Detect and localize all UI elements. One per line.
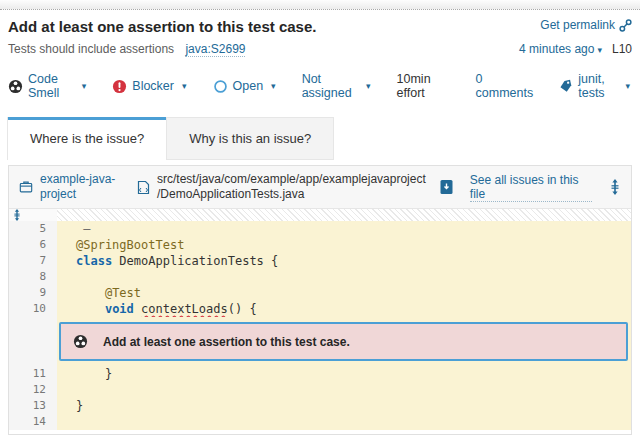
effort-label: 10min effort	[397, 72, 450, 100]
project-link[interactable]: example-java-project	[40, 172, 130, 202]
code-text	[57, 414, 631, 430]
code-text: –	[57, 221, 631, 237]
issue-message: Add at least one assertion to this test …	[103, 335, 350, 349]
type-dropdown[interactable]: Code Smell▾	[8, 72, 86, 100]
issue-tabs: Where is the issue? Why is this an issue…	[8, 117, 632, 160]
code-text: @Test	[57, 285, 631, 301]
status-label: Open	[233, 79, 264, 93]
code-text	[57, 269, 631, 285]
tab-where-is-the-issue[interactable]: Where is the issue?	[8, 117, 166, 160]
severity-dropdown[interactable]: Blocker▾	[112, 79, 186, 94]
blocker-severity-icon	[112, 79, 127, 94]
code-line: 6@SpringBootTest	[9, 237, 631, 253]
tags-dropdown[interactable]: junit, tests▾	[559, 72, 630, 100]
tab-why-is-this-an-issue[interactable]: Why is this an issue?	[166, 117, 334, 160]
code-text: void contextLoads() {	[57, 301, 631, 317]
code-text	[57, 382, 631, 398]
file-path-line1: src/test/java/com/example/app/examplejav…	[157, 172, 426, 186]
code-text: @SpringBootTest	[57, 237, 631, 253]
code-line: 13}	[9, 398, 631, 414]
line-number[interactable]: 14	[9, 414, 57, 430]
open-status-icon	[213, 79, 228, 94]
code-smell-icon	[8, 79, 23, 94]
issue-title: Add at least one assertion to this test …	[8, 18, 316, 35]
type-label: Code Smell	[28, 72, 74, 100]
tag-icon	[559, 79, 573, 93]
severity-label: Blocker	[132, 79, 174, 93]
line-number[interactable]: 12	[9, 382, 57, 398]
code-snippet-panel: example-java-project src/test/java/com/e…	[8, 165, 632, 435]
code-line: 7class DemoApplicationTests {	[9, 253, 631, 269]
code-line: 11 }	[9, 366, 631, 382]
chevron-down-icon: ▾	[271, 81, 276, 91]
age-dropdown[interactable]: 4 minutes ago▾	[519, 42, 602, 56]
line-number[interactable]: 11	[9, 366, 57, 382]
file-icon	[137, 180, 150, 195]
line-number[interactable]: 13	[9, 398, 57, 414]
line-number[interactable]: 8	[9, 269, 57, 285]
issue-toolbar: Code Smell▾ Blocker▾ Open▾ Not assigned▾…	[8, 72, 632, 100]
code-line: 10 void contextLoads() {	[9, 301, 631, 317]
chevron-down-icon: ▾	[597, 45, 602, 55]
assignee-label: Not assigned	[302, 72, 358, 100]
age-label: 4 minutes ago	[519, 42, 594, 56]
chevron-down-icon: ▾	[625, 81, 630, 91]
get-permalink-link[interactable]: Get permalink	[540, 18, 632, 32]
code-lines: 5 –6@SpringBootTest7class DemoApplicatio…	[9, 221, 631, 430]
collapsed-top-strip	[0, 0, 640, 10]
line-reference: L10	[612, 42, 632, 56]
line-number[interactable]: 7	[9, 253, 57, 269]
rule-key-link[interactable]: java:S2699	[185, 42, 245, 57]
file-path: src/test/java/com/example/app/examplejav…	[157, 172, 426, 202]
inline-issue-box[interactable]: Add at least one assertion to this test …	[59, 322, 628, 361]
assignee-dropdown[interactable]: Not assigned▾	[302, 72, 371, 100]
line-number[interactable]: 9	[9, 285, 57, 301]
permalink-chain-icon	[619, 19, 632, 32]
permalink-label: Get permalink	[540, 18, 615, 32]
expand-hatch	[57, 209, 631, 221]
chevron-down-icon: ▾	[182, 81, 187, 91]
chevron-down-icon: ▾	[366, 81, 371, 91]
code-line: 9 @Test	[9, 285, 631, 301]
code-smell-icon	[73, 334, 88, 349]
tags-label: junit, tests	[578, 72, 617, 100]
code-text: }	[57, 366, 631, 382]
file-issues-icon[interactable]	[440, 179, 453, 195]
chevron-down-icon: ▾	[82, 81, 87, 91]
pin-expand-icon[interactable]	[609, 179, 621, 195]
rule-description: Tests should include assertions	[8, 42, 174, 56]
code-line: 8	[9, 269, 631, 285]
expand-lines-strip[interactable]	[9, 209, 631, 221]
project-icon	[19, 180, 33, 194]
file-path-line2: /DemoApplicationTests.java	[157, 187, 304, 201]
code-line: 14	[9, 414, 631, 430]
status-dropdown[interactable]: Open▾	[213, 79, 276, 94]
issue-area: Add at least one assertion to this test …	[57, 317, 631, 366]
line-number[interactable]: 6	[9, 237, 57, 253]
code-line: 5 –	[9, 221, 631, 237]
line-number[interactable]: 5	[9, 221, 57, 237]
line-number[interactable]: 10	[9, 301, 57, 317]
code-line: 12	[9, 382, 631, 398]
code-text: class DemoApplicationTests {	[57, 253, 631, 269]
comments-link[interactable]: 0 comments	[476, 72, 534, 100]
code-text: }	[57, 398, 631, 414]
inline-issue-row: Add at least one assertion to this test …	[9, 317, 631, 366]
file-header: example-java-project src/test/java/com/e…	[9, 166, 631, 209]
gutter-cell-empty	[9, 317, 57, 366]
pin-expand-icon[interactable]	[12, 209, 22, 221]
see-all-issues-link[interactable]: See all issues in this file	[470, 173, 592, 202]
